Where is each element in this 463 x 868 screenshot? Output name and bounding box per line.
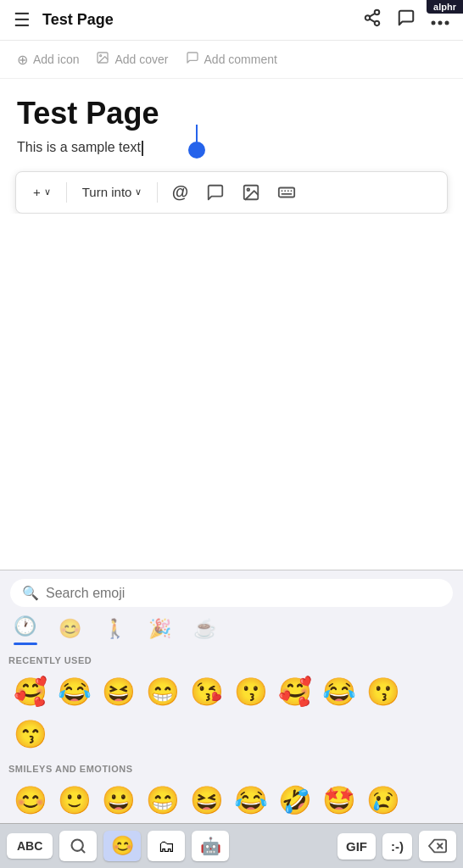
content-area: Test Page This is a sample text	[0, 79, 463, 164]
tab-recent[interactable]: 🕐	[8, 612, 42, 645]
recent-icon: 🕐	[8, 612, 42, 641]
toolbar-divider-1	[66, 182, 67, 203]
add-chevron: ∨	[44, 186, 51, 198]
svg-line-4	[370, 14, 375, 17]
add-cover-icon	[96, 51, 109, 68]
keyboard-button[interactable]	[271, 177, 302, 208]
list-item[interactable]: 🥰	[8, 670, 53, 713]
page-actions: ⊕ Add icon Add cover Add comment	[0, 41, 463, 79]
add-icon-label: Add icon	[33, 53, 79, 66]
list-item[interactable]: 😂	[53, 670, 97, 713]
add-icon-icon: ⊕	[17, 52, 28, 68]
smiley-tab-icon: 😊	[53, 615, 86, 643]
food-tab-icon: ☕	[188, 615, 221, 643]
turn-into-label: Turn into	[82, 185, 132, 199]
recently-used-label: RECENTLY USED	[8, 652, 455, 670]
list-item[interactable]: 😘	[185, 670, 229, 713]
delete-button[interactable]	[419, 831, 456, 861]
emoji-search-bar: 🔍	[0, 570, 463, 612]
list-item[interactable]: 🥰	[273, 670, 317, 713]
search-input[interactable]	[46, 586, 441, 601]
mention-icon: @	[172, 182, 189, 202]
list-item[interactable]: 😂	[317, 670, 361, 713]
svg-point-5	[432, 21, 436, 25]
emoji-keyboard: 🔍 🕐 😊 🚶 🎉 ☕ RECENTLY USED 🥰 😂 😆 😁	[0, 570, 463, 868]
svg-point-9	[100, 55, 102, 57]
menu-icon[interactable]: ☰	[14, 9, 31, 31]
turn-into-button[interactable]: Turn into ∨	[74, 181, 151, 203]
emoji-keyboard-icon: 😊	[111, 835, 134, 857]
list-item[interactable]: 😢	[361, 779, 405, 821]
list-item[interactable]: 😗	[229, 670, 273, 713]
tab-activities[interactable]: 🎉	[143, 618, 176, 640]
smileys-row: 😊 🙂 😀 😁 😆 😂 🤣 🤩 😢	[8, 779, 455, 821]
search-icon: 🔍	[22, 585, 39, 601]
tab-smiley[interactable]: 😊	[53, 618, 86, 640]
alphr-badge: alphr	[427, 0, 463, 14]
list-item[interactable]: 😆	[185, 779, 229, 821]
document-title: Test Page	[17, 96, 446, 131]
svg-line-19	[81, 849, 85, 853]
mention-button[interactable]: @	[165, 177, 195, 208]
add-cover-button[interactable]: Add cover	[96, 51, 168, 68]
search-keyboard-button[interactable]	[59, 831, 97, 861]
recently-used-section: RECENTLY USED 🥰 😂 😆 😁 😘 😗 🥰 😂 😗 😙	[0, 648, 463, 757]
toolbar-divider-2	[157, 182, 158, 203]
emoji-search-input-wrap[interactable]: 🔍	[10, 579, 453, 607]
add-comment-button[interactable]: Add comment	[186, 51, 277, 68]
emoji-category-tabs: 🕐 😊 🚶 🎉 ☕	[0, 612, 463, 648]
share-button[interactable]	[363, 8, 382, 31]
smileys-label: SMILEYS AND EMOTIONS	[8, 760, 455, 779]
tab-food[interactable]: ☕	[188, 618, 221, 640]
list-item[interactable]: 😊	[8, 779, 53, 821]
add-cover-label: Add cover	[114, 53, 168, 66]
list-item[interactable]: 😀	[97, 779, 141, 821]
svg-rect-12	[279, 187, 294, 197]
svg-point-6	[438, 21, 443, 25]
list-item[interactable]: 😁	[141, 670, 185, 713]
people-tab-icon: 🚶	[98, 615, 131, 643]
activities-tab-icon: 🎉	[143, 615, 176, 643]
memoji-button[interactable]: 🤖	[192, 831, 229, 861]
list-item[interactable]: 🙂	[53, 779, 97, 821]
add-icon: +	[33, 185, 41, 199]
page-title: Test Page	[42, 11, 363, 29]
list-item[interactable]: 🤣	[273, 779, 317, 821]
comment-button[interactable]	[397, 8, 416, 31]
list-item[interactable]: 😂	[229, 779, 273, 821]
sticker-icon: 🗂	[158, 837, 175, 856]
image-button[interactable]	[236, 177, 266, 208]
emoticon-button[interactable]: :-)	[382, 833, 412, 860]
svg-point-11	[248, 188, 250, 191]
list-item[interactable]: 😆	[97, 670, 141, 713]
list-item[interactable]: 😗	[361, 670, 405, 713]
middle-area	[0, 214, 463, 341]
memoji-icon: 🤖	[200, 836, 221, 856]
text-cursor	[142, 141, 143, 156]
svg-point-7	[445, 21, 449, 25]
abc-button[interactable]: ABC	[7, 833, 53, 859]
inline-comment-button[interactable]	[200, 177, 231, 208]
add-comment-label: Add comment	[204, 53, 277, 66]
emoji-keyboard-button[interactable]: 😊	[103, 831, 141, 861]
smileys-section: SMILEYS AND EMOTIONS 😊 🙂 😀 😁 😆 😂 🤣 🤩 😢	[0, 757, 463, 823]
text-toolbar: + ∨ Turn into ∨ @	[15, 171, 448, 214]
list-item[interactable]: 😁	[141, 779, 185, 821]
gif-button[interactable]: GIF	[337, 833, 376, 860]
tab-people[interactable]: 🚶	[98, 618, 131, 640]
add-icon-button[interactable]: ⊕ Add icon	[17, 52, 79, 68]
recently-used-row: 🥰 😂 😆 😁 😘 😗 🥰 😂 😗	[8, 670, 455, 713]
sample-text: This is a sample text	[17, 140, 141, 155]
svg-line-3	[370, 19, 375, 22]
list-item[interactable]: 😙	[8, 713, 53, 755]
sticker-button[interactable]: 🗂	[148, 831, 185, 861]
add-comment-icon	[186, 51, 199, 68]
active-tab-indicator	[14, 643, 37, 645]
recently-used-row-2: 😙	[8, 713, 455, 755]
list-item[interactable]: 🤩	[317, 779, 361, 821]
header: ☰ Test Page	[0, 0, 463, 41]
turn-into-chevron: ∨	[135, 186, 142, 198]
keyboard-bottom-bar: ABC 😊 🗂 🤖 GIF :-)	[0, 823, 463, 868]
add-block-button[interactable]: + ∨	[25, 181, 59, 203]
